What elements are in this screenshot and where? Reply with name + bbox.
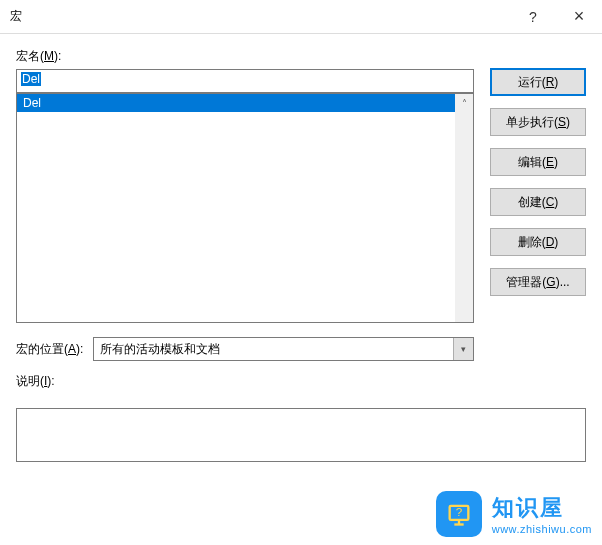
scroll-up-icon[interactable]: ˄: [455, 94, 473, 112]
watermark-icon: ?: [436, 491, 482, 537]
chevron-down-icon[interactable]: ▾: [453, 338, 473, 360]
run-button[interactable]: 运行(R): [490, 68, 586, 96]
create-button[interactable]: 创建(C): [490, 188, 586, 216]
watermark: ? 知识屋 www.zhishiwu.com: [436, 491, 592, 537]
organizer-button[interactable]: 管理器(G)...: [490, 268, 586, 296]
svg-text:?: ?: [455, 505, 462, 518]
step-button[interactable]: 单步执行(S): [490, 108, 586, 136]
titlebar: 宏 ? ×: [0, 0, 602, 34]
macro-name-input[interactable]: Del: [16, 69, 474, 93]
watermark-url: www.zhishiwu.com: [492, 523, 592, 535]
edit-button[interactable]: 编辑(E): [490, 148, 586, 176]
description-box[interactable]: [16, 408, 586, 462]
watermark-text: 知识屋: [492, 493, 592, 523]
help-button[interactable]: ?: [510, 0, 556, 34]
close-button[interactable]: ×: [556, 0, 602, 34]
description-label: 说明(I):: [16, 373, 474, 390]
macro-listbox[interactable]: Del ˄: [16, 93, 474, 323]
delete-button[interactable]: 删除(D): [490, 228, 586, 256]
scrollbar[interactable]: ˄: [455, 94, 473, 322]
window-title: 宏: [10, 8, 510, 25]
list-item[interactable]: Del: [17, 94, 455, 112]
location-label: 宏的位置(A):: [16, 341, 83, 358]
location-select[interactable]: 所有的活动模板和文档 ▾: [93, 337, 474, 361]
macro-name-label: 宏名(M):: [16, 48, 474, 65]
